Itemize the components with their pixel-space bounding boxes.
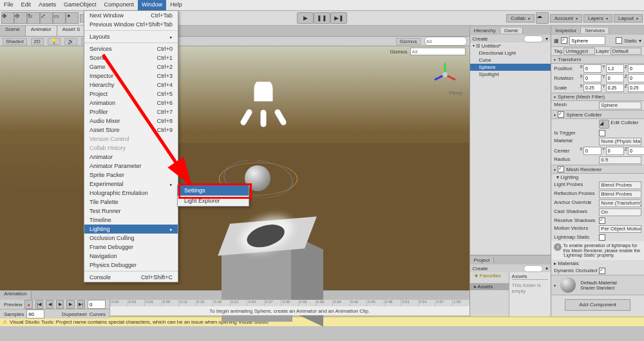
static-checkbox[interactable] bbox=[616, 37, 622, 44]
object-name-field[interactable] bbox=[569, 36, 605, 45]
menu-gameobject[interactable]: GameObject bbox=[60, 0, 100, 10]
record-button[interactable]: ● bbox=[24, 300, 32, 309]
next-frame[interactable]: ▶ bbox=[66, 300, 74, 309]
collab-dropdown[interactable]: Collab bbox=[506, 14, 535, 23]
curves-tab[interactable]: Curves bbox=[90, 311, 106, 317]
gizmos-label[interactable]: Gizmos bbox=[390, 49, 407, 55]
menu-item[interactable]: Physics Debugger bbox=[84, 261, 178, 270]
viewport-search[interactable] bbox=[410, 48, 466, 55]
menu-item[interactable]: Test Runner bbox=[84, 207, 178, 216]
menu-item[interactable]: Lighting bbox=[84, 225, 178, 234]
anchor-field[interactable]: None (Transform) bbox=[599, 199, 641, 207]
move-tool[interactable]: ✣ bbox=[14, 12, 27, 24]
menu-item[interactable]: Next WindowCtrl+Tab bbox=[84, 11, 178, 20]
lmstatic-checkbox[interactable] bbox=[599, 234, 605, 241]
animation-timeline[interactable]: 0:000:030:060:090:120:150:180:210:240:27… bbox=[110, 300, 469, 315]
recvshadows-checkbox[interactable] bbox=[599, 217, 605, 224]
menu-window[interactable]: Window bbox=[138, 0, 166, 10]
castshadows-field[interactable]: On bbox=[599, 208, 641, 216]
shading-mode[interactable]: Shaded bbox=[3, 38, 27, 45]
pos-y[interactable] bbox=[606, 64, 624, 73]
hand-tool[interactable]: ✥ bbox=[1, 12, 14, 24]
hierarchy-item[interactable]: Cube bbox=[470, 57, 551, 64]
hierarchy-search[interactable] bbox=[524, 35, 543, 42]
audio-icon[interactable]: 🔊 bbox=[64, 38, 77, 45]
menu-file[interactable]: File bbox=[0, 0, 17, 10]
cx[interactable] bbox=[583, 147, 601, 155]
rect-tool[interactable]: ▭ bbox=[53, 12, 66, 24]
tab-animator[interactable]: Animator bbox=[26, 26, 57, 36]
menu-help[interactable]: Help bbox=[166, 0, 186, 10]
active-checkbox[interactable] bbox=[561, 37, 567, 44]
menu-item[interactable]: Navigation bbox=[84, 252, 178, 261]
rotate-tool[interactable]: ↻ bbox=[27, 12, 40, 24]
pos-z[interactable] bbox=[628, 64, 644, 73]
light-icon[interactable]: 💡 bbox=[48, 38, 61, 45]
menu-item[interactable]: Previous WindowCtrl+Shift+Tab bbox=[84, 20, 178, 29]
gizmos-dropdown[interactable]: Gizmos bbox=[396, 38, 420, 45]
project-search[interactable] bbox=[524, 265, 543, 272]
scene-search[interactable] bbox=[424, 37, 467, 46]
mesh-field[interactable]: Sphere bbox=[599, 102, 641, 109]
tab-inspector[interactable]: Inspector bbox=[551, 28, 581, 33]
favorites-folder[interactable]: ★ Favorites bbox=[470, 272, 509, 279]
cy[interactable] bbox=[606, 147, 624, 155]
account-dropdown[interactable]: Account bbox=[550, 14, 582, 23]
tab-assets[interactable]: Asset S bbox=[57, 26, 86, 36]
animation-tab[interactable]: Animation bbox=[0, 291, 32, 300]
edit-collider-button[interactable]: ◢ bbox=[599, 120, 609, 129]
tab-scene[interactable]: Scene bbox=[0, 26, 26, 36]
layout-dropdown[interactable]: Layout bbox=[614, 14, 643, 23]
menu-item[interactable]: ConsoleCtrl+Shift+C bbox=[84, 273, 178, 282]
add-component-button[interactable]: Add Component bbox=[565, 299, 630, 311]
istrigger-checkbox[interactable] bbox=[599, 130, 605, 136]
frame-field[interactable] bbox=[88, 300, 106, 309]
last-frame[interactable]: ▶| bbox=[77, 300, 85, 309]
tag-dropdown[interactable]: Untagged bbox=[564, 48, 594, 55]
lighting-foldout[interactable]: ▾ Lighting bbox=[551, 174, 644, 181]
2d-toggle[interactable]: 2D bbox=[31, 38, 44, 45]
menu-item[interactable]: Timeline bbox=[84, 216, 178, 225]
hierarchy-create[interactable]: Create bbox=[470, 35, 551, 42]
menu-edit[interactable]: Edit bbox=[17, 0, 35, 10]
project-create[interactable]: Create bbox=[470, 264, 551, 272]
meshfilter-component[interactable]: Sphere (Mesh Filter) bbox=[551, 93, 644, 101]
tab-game[interactable]: Game bbox=[500, 28, 523, 33]
scene-viewport[interactable]: Gizmos Persp bbox=[0, 46, 469, 290]
dopesheet-tab[interactable]: Dopesheet bbox=[62, 311, 87, 317]
transform-tool[interactable]: ✦ bbox=[66, 12, 79, 24]
rot-y[interactable] bbox=[606, 74, 624, 82]
tab-hierarchy[interactable]: Hierarchy bbox=[470, 28, 500, 33]
scale-tool[interactable]: ⤢ bbox=[40, 12, 53, 24]
project-tab[interactable]: Project bbox=[470, 257, 495, 263]
hierarchy-item[interactable]: Spotlight bbox=[470, 71, 551, 78]
menu-item[interactable]: Layouts bbox=[84, 32, 178, 41]
rot-z[interactable] bbox=[628, 74, 644, 82]
materials-foldout[interactable]: ▸ Materials bbox=[551, 260, 644, 267]
scl-x[interactable] bbox=[583, 84, 601, 92]
menu-item[interactable]: Occlusion Culling bbox=[84, 234, 178, 243]
play-anim[interactable]: ▶ bbox=[56, 300, 64, 309]
cloud-icon[interactable]: ☁ bbox=[536, 12, 549, 24]
dynocc-checkbox[interactable] bbox=[599, 268, 605, 274]
hierarchy-item[interactable]: Directional Light bbox=[470, 50, 551, 57]
scene-root[interactable]: ⊞ Untitled* bbox=[470, 42, 551, 50]
samples-field[interactable] bbox=[26, 309, 44, 318]
menu-item[interactable]: Tile Palette bbox=[84, 198, 178, 207]
first-frame[interactable]: |◀ bbox=[35, 300, 43, 309]
layers-dropdown[interactable]: Layers bbox=[583, 14, 612, 23]
preview-toggle[interactable]: Preview bbox=[4, 302, 22, 308]
menu-assets[interactable]: Assets bbox=[35, 0, 60, 10]
prev-frame[interactable]: ◀ bbox=[46, 300, 53, 309]
material-header[interactable]: Default-MaterialShader Standard bbox=[551, 275, 644, 295]
scl-y[interactable] bbox=[606, 84, 624, 92]
menu-item[interactable]: Frame Debugger bbox=[84, 243, 178, 252]
lightprobes-field[interactable]: Blend Probes bbox=[599, 181, 641, 189]
persp-label[interactable]: Persp bbox=[450, 90, 463, 96]
transform-component[interactable]: Transform bbox=[551, 55, 644, 64]
menu-component[interactable]: Component bbox=[100, 0, 138, 10]
axis-gizmo[interactable] bbox=[432, 62, 458, 88]
play-button[interactable]: ▶ bbox=[297, 12, 314, 24]
pause-button[interactable]: ❚❚ bbox=[314, 12, 330, 24]
pos-x[interactable] bbox=[583, 64, 601, 73]
